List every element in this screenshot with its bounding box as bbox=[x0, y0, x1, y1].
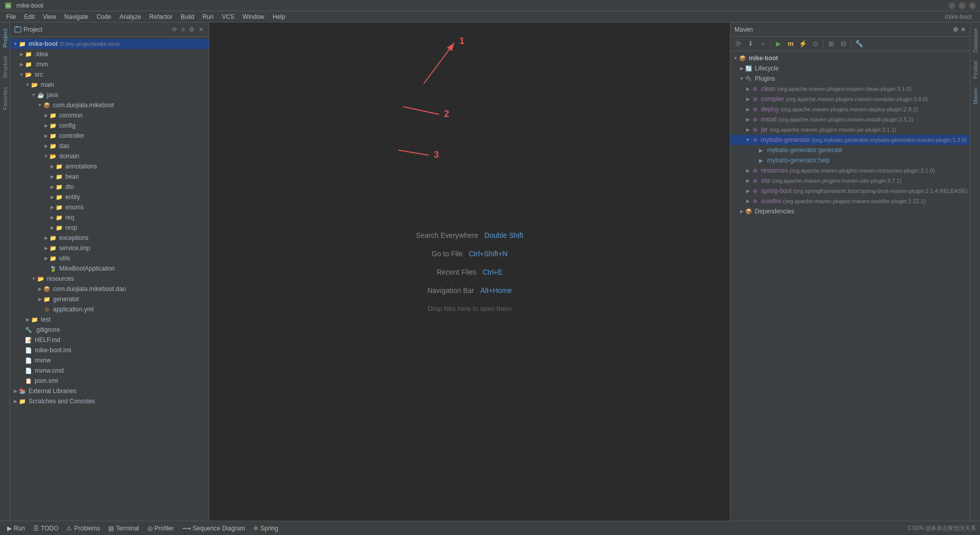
tree-item-root[interactable]: ▼ 📁 mike-boot D:\my-project\mike-boot bbox=[10, 39, 209, 49]
tree-item-annotations[interactable]: ▶ 📁 annotations bbox=[10, 161, 209, 172]
maven-skip-icon[interactable]: ⚡ bbox=[797, 38, 808, 50]
tree-item-src[interactable]: ▼ 📂 src bbox=[10, 69, 209, 80]
tree-item-app[interactable]: ▶ 🍃 MikeBootApplication bbox=[10, 263, 209, 274]
maven-expand-all-icon[interactable]: ⊞ bbox=[825, 38, 837, 50]
profiler-status-item[interactable]: ◎ Profiler bbox=[144, 524, 177, 533]
maven-close-icon[interactable]: ✕ bbox=[961, 26, 966, 33]
terminal-status-item[interactable]: ▤ Terminal bbox=[105, 524, 142, 533]
maven-item-lifecycle[interactable]: ▶ 🔄 Lifecycle bbox=[730, 63, 970, 74]
maven-item-surefire[interactable]: ▶ ⚙ surefire (org.apache.maven.plugins:m… bbox=[730, 196, 970, 206]
run-status-item[interactable]: ▶ Run bbox=[4, 524, 28, 533]
maven-surefire-extra: (org.apache.maven.plugins:maven-surefire… bbox=[781, 198, 926, 204]
tree-item-external-libs[interactable]: ▶ 📚 External Libraries bbox=[10, 386, 209, 396]
menu-edit[interactable]: Edit bbox=[20, 12, 39, 21]
minimize-button[interactable]: ─ bbox=[948, 2, 955, 9]
maven-reload-icon[interactable]: ⟳ bbox=[732, 38, 744, 50]
maven-collapse-icon[interactable]: ⬇ bbox=[745, 38, 756, 50]
maven-item-springboot[interactable]: ▶ ⚙ spring-boot (org.springframework.boo… bbox=[730, 186, 970, 196]
maven-item-mybatis[interactable]: ▼ ⚙ mybatis-generator (org.mybatis.gener… bbox=[730, 135, 970, 145]
tree-item-main[interactable]: ▼ 📂 main bbox=[10, 80, 209, 90]
project-sync-icon[interactable]: ⟳ bbox=[171, 25, 178, 34]
tree-item-idea[interactable]: ▶ 📁 .idea bbox=[10, 49, 209, 59]
maven-item-root[interactable]: ▼ 📦 mike-boot bbox=[730, 53, 970, 63]
tree-item-mvnwcmd[interactable]: ▶ 📄 mvnw.cmd bbox=[10, 366, 209, 376]
maven-tool-settings-icon[interactable]: 🔧 bbox=[853, 38, 865, 50]
spring-status-item[interactable]: ❋ Spring bbox=[250, 524, 281, 533]
maven-add-icon[interactable]: ＋ bbox=[757, 38, 768, 50]
tree-item-req[interactable]: ▶ 📁 req bbox=[10, 212, 209, 223]
project-tab-vertical[interactable]: Project bbox=[1, 25, 10, 52]
tree-item-test[interactable]: ▶ 📁 test bbox=[10, 314, 209, 325]
tree-item-gitignore[interactable]: ▶ 🔧 .gitignore bbox=[10, 325, 209, 335]
tree-item-scratches[interactable]: ▶ 📁 Scratches and Consoles bbox=[10, 396, 209, 406]
maven-m-icon[interactable]: m bbox=[785, 38, 796, 50]
menu-view[interactable]: View bbox=[39, 12, 60, 21]
tree-item-utils[interactable]: ▶ 📁 utils bbox=[10, 253, 209, 263]
maven-item-jar[interactable]: ▶ ⚙ jar (org.apache.maven.plugins:maven-… bbox=[730, 125, 970, 135]
maven-run-icon[interactable]: ▶ bbox=[773, 38, 784, 50]
project-collapse-icon[interactable]: ≡ bbox=[180, 25, 186, 34]
tree-item-resources[interactable]: ▼ 📂 resources bbox=[10, 274, 209, 284]
project-close-icon[interactable]: ✕ bbox=[198, 25, 205, 34]
menu-refactor[interactable]: Refactor bbox=[145, 12, 177, 21]
tree-item-appyml[interactable]: ▶ ⚙ application.yml bbox=[10, 304, 209, 314]
maven-item-compiler[interactable]: ▶ ⚙ compiler (org.apache.maven.plugins:m… bbox=[730, 94, 970, 104]
menu-analyze[interactable]: Analyze bbox=[115, 12, 145, 21]
tree-item-domain[interactable]: ▼ 📂 domain bbox=[10, 151, 209, 161]
tree-item-config[interactable]: ▶ 📁 config bbox=[10, 120, 209, 131]
maven-toggle-icon[interactable]: ⊙ bbox=[810, 38, 821, 50]
database-vtab[interactable]: Database bbox=[971, 25, 979, 57]
tree-item-mvnw[interactable]: ▶ 📄 mvnw bbox=[10, 355, 209, 366]
tree-item-bean[interactable]: ▶ 📁 bean bbox=[10, 172, 209, 182]
tree-item-iml[interactable]: ▶ 📄 mike-boot.iml bbox=[10, 345, 209, 355]
tree-item-dao[interactable]: ▶ 📁 dao bbox=[10, 141, 209, 151]
tree-item-dao-pkg[interactable]: ▶ 📦 com.duojiala.mikeboot.dao bbox=[10, 284, 209, 294]
tree-item-mvn[interactable]: ▶ 📁 .mvn bbox=[10, 59, 209, 69]
maven-item-plugins[interactable]: ▼ 🔌 Plugins bbox=[730, 74, 970, 84]
maven-item-dependencies[interactable]: ▶ 📦 Dependencies bbox=[730, 206, 970, 216]
tree-item-controller[interactable]: ▶ 📁 controller bbox=[10, 131, 209, 141]
maven-item-deploy[interactable]: ▶ ⚙ deploy (org.apache.maven.plugins:mav… bbox=[730, 104, 970, 114]
maven-item-generate[interactable]: ▶ ▶ mybatis-generator:generate bbox=[730, 145, 970, 155]
close-button[interactable]: ✕ bbox=[969, 2, 976, 9]
menu-navigate[interactable]: Navigate bbox=[60, 12, 92, 21]
sequence-status-item[interactable]: ⟿ Sequence Diagram bbox=[179, 524, 249, 533]
maven-item-help[interactable]: ▶ ▶ mybatis-generator:help bbox=[730, 155, 970, 165]
tree-item-helpmd[interactable]: ▶ 📝 HELP.md bbox=[10, 335, 209, 345]
sequence-status-icon: ⟿ bbox=[182, 525, 191, 532]
tree-item-dto[interactable]: ▶ 📁 dto bbox=[10, 182, 209, 192]
tree-item-enums[interactable]: ▶ 📁 enums bbox=[10, 202, 209, 212]
structure-tab-vertical[interactable]: Structure bbox=[1, 52, 10, 83]
menu-file[interactable]: File bbox=[2, 12, 20, 21]
tree-item-common[interactable]: ▶ 📁 common bbox=[10, 110, 209, 120]
maven-item-clean[interactable]: ▶ ⚙ clean (org.apache.maven.plugins:mave… bbox=[730, 84, 970, 94]
tree-item-java[interactable]: ▼ ☕ java bbox=[10, 90, 209, 100]
tree-item-resp[interactable]: ▶ 📁 resp bbox=[10, 223, 209, 233]
utils-icon: 📁 bbox=[49, 254, 57, 262]
maximize-button[interactable]: □ bbox=[959, 2, 966, 9]
menu-run[interactable]: Run bbox=[199, 12, 218, 21]
tree-item-generator[interactable]: ▶ 📁 generator bbox=[10, 294, 209, 304]
menu-build[interactable]: Build bbox=[177, 12, 199, 21]
tree-item-pomxml[interactable]: ▶ 📋 pom.xml bbox=[10, 376, 209, 386]
maven-vtab[interactable]: Maven bbox=[971, 83, 979, 108]
menu-window[interactable]: Window bbox=[238, 12, 268, 21]
tree-item-exceptions[interactable]: ▶ 📁 exceptions bbox=[10, 233, 209, 243]
problems-status-item[interactable]: ⚠ Problems bbox=[63, 524, 103, 533]
maven-collapse-all-icon[interactable]: ⊟ bbox=[838, 38, 849, 50]
tree-item-service-imp[interactable]: ▶ 📁 service.imp bbox=[10, 243, 209, 253]
maven-settings-icon[interactable]: ⚙ bbox=[953, 26, 959, 33]
menu-code[interactable]: Code bbox=[92, 12, 115, 21]
menu-help[interactable]: Help bbox=[268, 12, 289, 21]
project-settings-icon[interactable]: ⚙ bbox=[188, 25, 195, 34]
favorites-tab-vertical[interactable]: Favorites bbox=[1, 83, 10, 114]
maven-item-install[interactable]: ▶ ⚙ install (org.apache.maven.plugins:ma… bbox=[730, 114, 970, 125]
pintitial-vtab[interactable]: Pintitial bbox=[971, 57, 979, 83]
menu-vcs[interactable]: VCS bbox=[218, 12, 239, 21]
tree-item-entity[interactable]: ▶ 📁 entity bbox=[10, 192, 209, 202]
idea-arrow: ▶ bbox=[18, 51, 24, 57]
maven-item-resources[interactable]: ▶ ⚙ resources (org.apache.maven.plugins:… bbox=[730, 165, 970, 176]
maven-item-site[interactable]: ▶ ⚙ site (org.apache.maven.plugins:maven… bbox=[730, 176, 970, 186]
tree-item-pkg-root[interactable]: ▼ 📦 com.duojiala.mikeboot bbox=[10, 100, 209, 110]
todo-status-item[interactable]: ☰ TODO bbox=[30, 524, 61, 533]
